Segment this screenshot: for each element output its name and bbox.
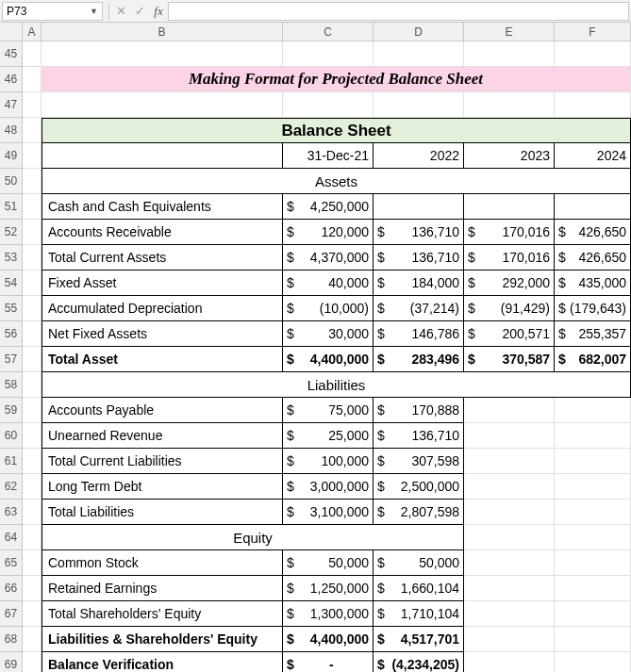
- cell-value[interactable]: $307,598: [374, 449, 464, 474]
- cell[interactable]: [555, 652, 631, 672]
- cell[interactable]: [23, 652, 42, 672]
- row-label[interactable]: Total Current Liabilities: [42, 449, 283, 474]
- cell[interactable]: [374, 92, 464, 118]
- col-header-F[interactable]: F: [555, 23, 631, 41]
- row-header[interactable]: 48: [0, 118, 23, 143]
- row-header[interactable]: 53: [0, 245, 23, 270]
- sheet-area[interactable]: Making Format for Projected Balance Shee…: [23, 41, 631, 672]
- cell[interactable]: [283, 41, 374, 67]
- cell-value[interactable]: $1,660,104: [374, 576, 464, 601]
- cell[interactable]: [464, 474, 555, 500]
- row-header[interactable]: 54: [0, 270, 23, 296]
- cell-value[interactable]: $4,400,000: [283, 347, 374, 372]
- cell[interactable]: [555, 525, 631, 550]
- row-label[interactable]: Unearned Revenue: [42, 423, 283, 449]
- row-label[interactable]: Accounts Receivable: [42, 220, 283, 245]
- row-label[interactable]: Common Stock: [42, 550, 283, 576]
- row-header[interactable]: 69: [0, 652, 23, 672]
- cell[interactable]: [23, 296, 42, 321]
- row-header[interactable]: 50: [0, 169, 23, 194]
- cell-value[interactable]: $292,000: [464, 270, 555, 296]
- col-header-A[interactable]: A: [23, 23, 42, 41]
- cell-value[interactable]: $120,000: [283, 220, 374, 245]
- row-header[interactable]: 61: [0, 449, 23, 474]
- cell[interactable]: [42, 41, 283, 67]
- cell-value[interactable]: $(37,214): [374, 296, 464, 321]
- cell[interactable]: [23, 118, 42, 143]
- cell[interactable]: [23, 321, 42, 347]
- cell[interactable]: [464, 601, 555, 627]
- cell[interactable]: [555, 92, 631, 118]
- cell-value[interactable]: $4,400,000: [283, 627, 374, 652]
- row-label[interactable]: Net Fixed Assets: [42, 321, 283, 347]
- year-2023[interactable]: 2023: [464, 143, 555, 169]
- row-header[interactable]: 56: [0, 321, 23, 347]
- row-label[interactable]: Retained Earnings: [42, 576, 283, 601]
- cell-value[interactable]: $100,000: [283, 449, 374, 474]
- cell[interactable]: [464, 627, 555, 652]
- row-header[interactable]: 58: [0, 372, 23, 398]
- cell[interactable]: [464, 449, 555, 474]
- name-box-dropdown-icon[interactable]: ▼: [90, 7, 98, 16]
- cell[interactable]: [464, 398, 555, 423]
- balance-sheet-header[interactable]: Balance Sheet: [42, 118, 631, 143]
- cell[interactable]: [23, 270, 42, 296]
- cell[interactable]: [555, 500, 631, 525]
- cell-value[interactable]: $255,357: [555, 321, 631, 347]
- cell[interactable]: [555, 550, 631, 576]
- cell[interactable]: [42, 143, 283, 169]
- row-header[interactable]: 62: [0, 474, 23, 500]
- cell-value[interactable]: $3,100,000: [283, 500, 374, 525]
- cell[interactable]: [555, 41, 631, 67]
- cell-value[interactable]: $146,786: [374, 321, 464, 347]
- cell[interactable]: [555, 474, 631, 500]
- cell[interactable]: [23, 550, 42, 576]
- row-header[interactable]: 66: [0, 576, 23, 601]
- cell-value[interactable]: $170,888: [374, 398, 464, 423]
- col-header-E[interactable]: E: [464, 23, 555, 41]
- row-label[interactable]: Accounts Payable: [42, 398, 283, 423]
- cell-value[interactable]: $4,370,000: [283, 245, 374, 270]
- row-label[interactable]: Total Current Assets: [42, 245, 283, 270]
- cell-value[interactable]: $426,650: [555, 245, 631, 270]
- fx-icon[interactable]: fx: [149, 4, 168, 19]
- cancel-icon[interactable]: ✕: [111, 4, 130, 18]
- enter-icon[interactable]: ✓: [130, 4, 149, 18]
- cell[interactable]: [555, 601, 631, 627]
- cell-value[interactable]: $(179,643): [555, 296, 631, 321]
- cell-value[interactable]: $(10,000): [283, 296, 374, 321]
- col-header-B[interactable]: B: [42, 23, 283, 41]
- cell[interactable]: [23, 194, 42, 220]
- row-header[interactable]: 55: [0, 296, 23, 321]
- cell-value[interactable]: $170,016: [464, 220, 555, 245]
- row-label[interactable]: Fixed Asset: [42, 270, 283, 296]
- cell-value[interactable]: $283,496: [374, 347, 464, 372]
- cell-value[interactable]: $682,007: [555, 347, 631, 372]
- row-label[interactable]: Total Shareholders' Equity: [42, 601, 283, 627]
- col-header-C[interactable]: C: [283, 23, 374, 41]
- cell[interactable]: [464, 500, 555, 525]
- cell[interactable]: [23, 347, 42, 372]
- cell[interactable]: [23, 245, 42, 270]
- cell[interactable]: [283, 92, 374, 118]
- cell[interactable]: [555, 576, 631, 601]
- page-title[interactable]: Making Format for Projected Balance Shee…: [42, 67, 631, 92]
- cell[interactable]: [23, 143, 42, 169]
- cell[interactable]: [464, 550, 555, 576]
- row-header[interactable]: 60: [0, 423, 23, 449]
- year-2021[interactable]: 31-Dec-21: [283, 143, 374, 169]
- cell[interactable]: [23, 500, 42, 525]
- cell-value[interactable]: $50,000: [374, 550, 464, 576]
- section-equity[interactable]: Equity: [42, 525, 464, 550]
- cell-value[interactable]: $30,000: [283, 321, 374, 347]
- cell[interactable]: [23, 423, 42, 449]
- cell[interactable]: [23, 41, 42, 67]
- cell[interactable]: [374, 194, 464, 220]
- row-header[interactable]: 67: [0, 601, 23, 627]
- cell[interactable]: [23, 169, 42, 194]
- cell-value[interactable]: $4,250,000: [283, 194, 374, 220]
- cell[interactable]: [464, 194, 555, 220]
- row-label[interactable]: Accumulated Depreciation: [42, 296, 283, 321]
- select-all-corner[interactable]: [0, 23, 23, 41]
- cell[interactable]: [23, 92, 42, 118]
